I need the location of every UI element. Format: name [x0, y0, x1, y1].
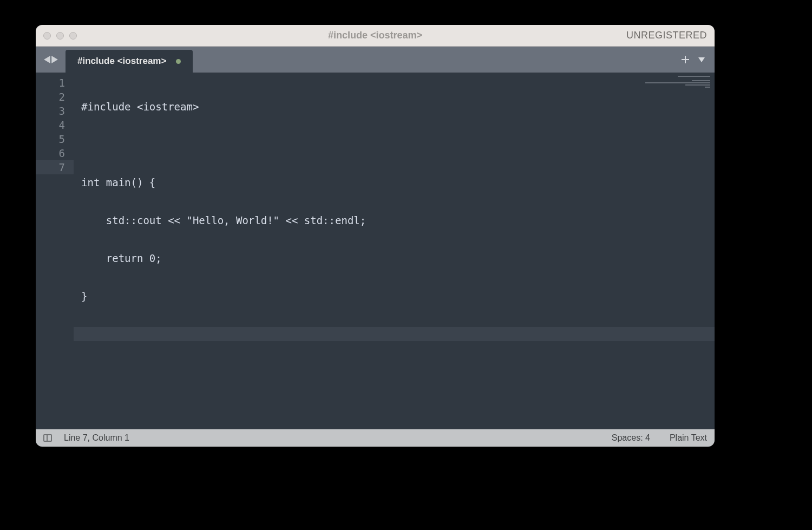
code-line[interactable]: #include <iostream> [74, 100, 715, 114]
code-line[interactable]: } [74, 289, 715, 303]
window-title: #include <iostream> [36, 30, 715, 41]
line-number[interactable]: 1 [36, 76, 74, 90]
line-number[interactable]: 5 [36, 132, 74, 146]
code-line[interactable] [74, 138, 715, 152]
tab-dirty-indicator-icon [176, 59, 181, 64]
tab-dropdown-icon[interactable] [697, 55, 706, 64]
registration-status[interactable]: UNREGISTERED [626, 30, 707, 41]
svg-marker-0 [44, 56, 50, 63]
line-number[interactable]: 7 [36, 160, 74, 174]
line-number[interactable]: 6 [36, 146, 74, 160]
line-number[interactable]: 2 [36, 90, 74, 104]
close-window-button[interactable] [43, 32, 51, 40]
zoom-window-button[interactable] [69, 32, 77, 40]
code-view[interactable]: #include <iostream> int main() { std::co… [74, 73, 715, 429]
status-bar: Line 7, Column 1 Spaces: 4 Plain Text [36, 429, 715, 447]
code-line[interactable]: std::cout << "Hello, World!" << std::end… [74, 213, 715, 227]
tab-label: #include <iostream> [77, 56, 166, 67]
new-tab-icon[interactable] [681, 55, 690, 64]
editor-window: #include <iostream> UNREGISTERED #includ… [36, 25, 715, 447]
code-line[interactable]: return 0; [74, 251, 715, 265]
syntax-setting[interactable]: Plain Text [670, 433, 707, 443]
tab-bar: #include <iostream> [36, 47, 715, 73]
code-line[interactable]: int main() { [74, 175, 715, 189]
svg-marker-4 [698, 57, 705, 62]
nav-back-icon[interactable] [44, 56, 50, 63]
indentation-setting[interactable]: Spaces: 4 [612, 433, 650, 443]
svg-rect-3 [682, 59, 689, 60]
svg-marker-1 [51, 56, 58, 63]
window-controls [43, 32, 77, 40]
titlebar: #include <iostream> UNREGISTERED [36, 25, 715, 47]
cursor-position[interactable]: Line 7, Column 1 [64, 433, 129, 443]
line-number[interactable]: 3 [36, 104, 74, 118]
code-line[interactable] [74, 327, 715, 341]
tab-history-nav [36, 47, 66, 73]
line-number[interactable]: 4 [36, 118, 74, 132]
nav-forward-icon[interactable] [51, 56, 58, 63]
panel-toggle-icon[interactable] [43, 434, 52, 442]
editor-area[interactable]: 1 2 3 4 5 6 7 #include <iostream> int ma… [36, 73, 715, 429]
minimize-window-button[interactable] [56, 32, 64, 40]
tab-active[interactable]: #include <iostream> [66, 50, 193, 73]
line-number-gutter: 1 2 3 4 5 6 7 [36, 73, 74, 429]
